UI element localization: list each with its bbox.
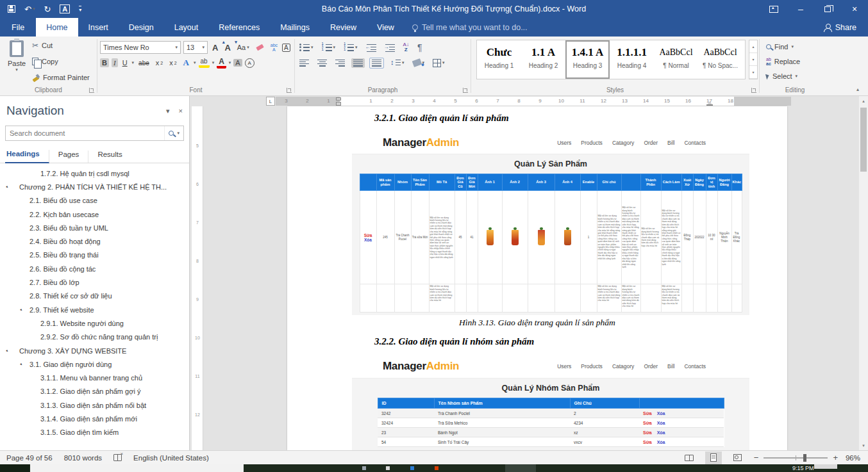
select-button[interactable]: Select▾: [766, 70, 800, 83]
phonetic-guide-button[interactable]: abcA: [269, 42, 280, 53]
tab-results[interactable]: Results: [88, 151, 131, 163]
style-heading-3[interactable]: 1.4.1 AHeading 3: [565, 40, 610, 79]
nav-heading-item[interactable]: 2.9.1. Website người dùng: [0, 316, 189, 330]
bold-button[interactable]: B: [100, 58, 109, 67]
nav-heading-item[interactable]: 2.1. Biểu đồ use case: [0, 194, 189, 208]
nav-heading-item[interactable]: 2.5. Biều đồ trạng thái: [0, 248, 189, 262]
addin-a-button[interactable]: A: [60, 4, 70, 13]
align-center-button[interactable]: [315, 58, 329, 68]
style-heading-4[interactable]: 1.1.1.1Heading 4: [610, 40, 654, 79]
borders-button[interactable]: ▾: [431, 58, 447, 68]
collapse-triangle-icon[interactable]: ▾: [4, 184, 9, 189]
word-count[interactable]: 8010 words: [64, 454, 102, 462]
show-paragraph-marks-button[interactable]: ¶: [415, 42, 424, 53]
nav-heading-item[interactable]: 2.6. Biều đồ cộng tác: [0, 262, 189, 275]
proofing-icon[interactable]: [113, 454, 122, 461]
tab-references[interactable]: References: [208, 18, 270, 37]
taskbar-app-icon[interactable]: [435, 466, 438, 470]
subscript-button[interactable]: x2: [154, 58, 165, 67]
collapse-triangle-icon[interactable]: ▾: [4, 348, 9, 353]
styles-scroll-up[interactable]: ▴: [749, 40, 757, 53]
decrease-indent-button[interactable]: [364, 43, 378, 53]
sort-button[interactable]: A↓Z: [401, 42, 411, 53]
taskbar-active-app[interactable]: [505, 464, 536, 472]
bullets-button[interactable]: ▾: [297, 43, 315, 53]
tell-me-box[interactable]: Tell me what you want to do...: [405, 18, 528, 37]
search-icon[interactable]: [169, 131, 174, 136]
document-page[interactable]: 3.2.1. Giao diện quản lí sản phẩm Manage…: [287, 106, 787, 450]
underline-button[interactable]: U: [121, 58, 129, 67]
format-painter-button[interactable]: Format Painter: [32, 71, 90, 84]
scrollbar-thumb[interactable]: [860, 108, 867, 172]
ribbon-display-options-button[interactable]: [760, 0, 787, 18]
paste-button[interactable]: Paste ▾: [4, 40, 29, 85]
customize-qat-button[interactable]: ▾: [79, 6, 81, 13]
close-button[interactable]: ×: [841, 0, 868, 18]
grow-font-button[interactable]: A▴: [210, 42, 220, 53]
zoom-out-button[interactable]: −: [754, 453, 759, 462]
paragraph-dialog-launcher[interactable]: [463, 88, 468, 93]
nav-heading-item[interactable]: 3.1.4. Giao diện sản phẩm mới: [0, 412, 189, 425]
change-case-button[interactable]: Aa▾: [235, 43, 251, 52]
font-name-combo[interactable]: Times New Ro▾: [100, 41, 181, 54]
page-indicator[interactable]: Page 49 of 56: [6, 454, 53, 462]
save-button[interactable]: [8, 5, 15, 13]
tab-home[interactable]: Home: [36, 18, 78, 37]
font-dialog-launcher[interactable]: [287, 88, 292, 93]
zoom-percentage[interactable]: 96%: [846, 454, 860, 462]
nav-heading-item[interactable]: 3.1.5. Giao diện tìm kiếm: [0, 426, 189, 439]
character-border-button[interactable]: A: [282, 44, 290, 52]
minimize-button[interactable]: –: [787, 0, 814, 18]
text-effects-button[interactable]: A: [181, 57, 191, 69]
taskbar-app-icon[interactable]: [410, 466, 414, 470]
search-input[interactable]: [6, 129, 164, 137]
strikethrough-button[interactable]: abe: [137, 59, 151, 67]
tab-design[interactable]: Design: [119, 18, 164, 37]
nav-heading-item[interactable]: 3.1.2. Giao diện sản phẩm gợi ý: [0, 385, 189, 398]
clipboard-dialog-launcher[interactable]: [89, 88, 94, 93]
scroll-up-arrow[interactable]: ▴: [859, 96, 868, 106]
tab-mailings[interactable]: Mailings: [270, 18, 320, 37]
highlight-color-button[interactable]: ab: [199, 58, 210, 68]
search-options-caret[interactable]: ▾: [177, 131, 179, 136]
nav-heading-item[interactable]: 2.2. Kịch bản usecase: [0, 208, 189, 221]
align-left-button[interactable]: [297, 58, 311, 68]
italic-button[interactable]: I: [112, 58, 118, 67]
share-button[interactable]: Share: [812, 18, 868, 37]
tab-insert[interactable]: Insert: [78, 18, 119, 37]
tab-file[interactable]: File: [0, 18, 36, 37]
nav-heading-item[interactable]: 1.7.2. Hệ quản trị csdl mysql: [0, 167, 189, 180]
styles-more-button[interactable]: ▾: [749, 66, 757, 79]
style-no-spacing[interactable]: AaBbCcl¶ No Spac...: [698, 40, 742, 79]
zoom-slider-thumb[interactable]: [803, 454, 806, 462]
shrink-font-button[interactable]: A▾: [222, 42, 232, 53]
nav-heading-item[interactable]: 2.4. Biều đồ hoạt động: [0, 234, 189, 248]
line-spacing-button[interactable]: ▾: [388, 58, 406, 68]
nav-heading-item[interactable]: 3.1.1. Menu và banner trang chủ: [0, 371, 189, 384]
tab-headings[interactable]: Headings: [5, 150, 49, 163]
font-color-button[interactable]: A: [217, 57, 226, 69]
taskbar-tray[interactable]: [814, 464, 837, 469]
styles-dialog-launcher[interactable]: [751, 88, 756, 93]
taskbar-search-box[interactable]: [30, 464, 244, 472]
nav-heading-item[interactable]: 2.8. Thiết kế cơ sở dữ liệu: [0, 289, 189, 303]
scroll-down-arrow[interactable]: ▾: [859, 441, 868, 450]
superscript-button[interactable]: x2: [167, 58, 178, 67]
style-heading-1[interactable]: ChưcHeading 1: [477, 40, 521, 79]
tab-selector[interactable]: L: [266, 97, 275, 106]
tab-layout[interactable]: Layout: [164, 18, 209, 37]
numbering-button[interactable]: ▾: [320, 43, 338, 53]
distribute-button[interactable]: [369, 58, 384, 69]
replace-button[interactable]: abacReplace: [766, 55, 800, 68]
navigation-close-button[interactable]: ×: [179, 107, 183, 115]
nav-heading-item[interactable]: ▾Chương 2. PHÂN TÍCH VÀ THIẾT KẾ HỆ TH..…: [0, 180, 189, 193]
navigation-options-button[interactable]: ▾: [166, 107, 170, 115]
nav-heading-item[interactable]: ▾Chương 3. XÂY DỰNG WEBSITE: [0, 344, 189, 357]
copy-button[interactable]: Copy: [32, 55, 90, 68]
justify-button[interactable]: [351, 58, 365, 68]
nav-heading-item[interactable]: 2.9.2. Sơ đồ chức năng trang quản trị: [0, 330, 189, 344]
start-button[interactable]: [0, 464, 29, 472]
first-line-indent-marker[interactable]: [336, 97, 341, 101]
clear-formatting-button[interactable]: [254, 43, 266, 53]
character-shading-button[interactable]: A: [233, 59, 242, 67]
